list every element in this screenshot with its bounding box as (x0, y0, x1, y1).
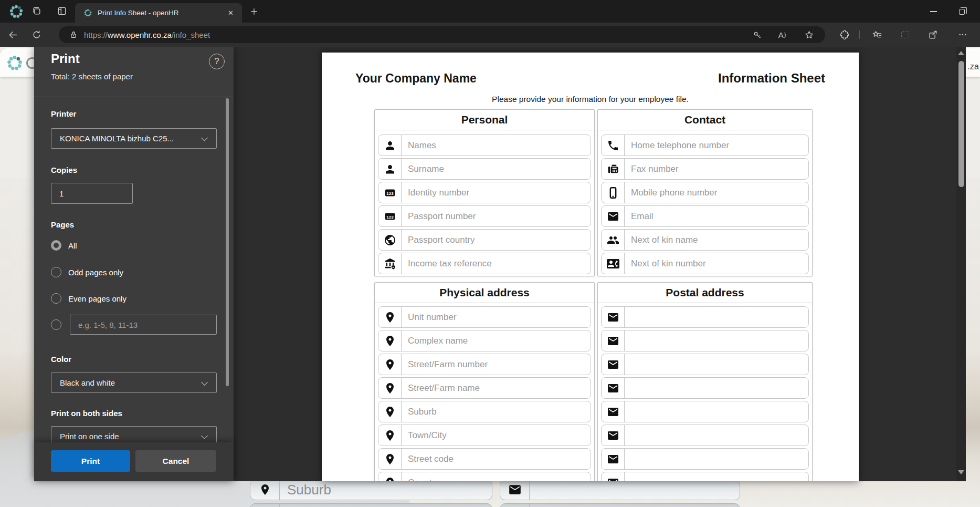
mail-icon (602, 472, 625, 481)
tab-actions-icon[interactable] (30, 5, 43, 17)
mail-icon (602, 425, 625, 446)
field-postal-2 (601, 330, 809, 351)
numbers-123-icon (378, 182, 402, 203)
password-key-icon[interactable] (751, 28, 763, 41)
back-icon[interactable] (6, 28, 19, 41)
location-pin-icon (250, 480, 280, 500)
chevron-down-icon (201, 134, 208, 141)
refresh-icon[interactable] (30, 28, 43, 41)
panel-physical-address: Physical address Unit number Complex nam… (374, 282, 595, 481)
url-text[interactable]: https://www.openhr.co.za/info_sheet (84, 30, 210, 39)
panel-personal-title: Personal (375, 110, 594, 130)
field-fax-number: Fax number (601, 158, 809, 180)
field-names: Names (378, 134, 591, 156)
field-country: Country (378, 472, 591, 481)
page-range-input[interactable] (70, 315, 217, 335)
minimize-window-icon[interactable] (927, 5, 940, 18)
radio-icon[interactable] (51, 293, 61, 304)
pages-option-even[interactable]: Even pages only (51, 293, 127, 304)
restore-window-icon[interactable] (955, 5, 968, 18)
scroll-up-arrow-icon[interactable] (958, 51, 964, 55)
bg-field-postal-2[interactable] (500, 503, 740, 507)
dialog-scrollbar-thumb[interactable] (226, 98, 229, 386)
mail-icon (500, 480, 530, 500)
settings-ellipsis-icon[interactable] (956, 28, 969, 41)
scroll-down-arrow-icon[interactable] (958, 470, 964, 474)
mail-icon (602, 330, 625, 351)
openhr-logo (6, 54, 24, 72)
field-passport-country: Passport country (378, 229, 591, 251)
field-town-city: Town/City (378, 425, 591, 446)
close-tab-icon[interactable]: ✕ (226, 8, 236, 18)
address-bar[interactable]: https://www.openhr.co.za/info_sheet A) (59, 26, 825, 43)
panel-contact-title: Contact (598, 110, 812, 130)
browser-tab[interactable]: Print Info Sheet - openHR ✕ (75, 3, 242, 23)
bg-field-suburb[interactable]: Suburb (250, 479, 492, 500)
mail-icon (602, 354, 625, 375)
print-dialog: Print Total: 2 sheets of paper ? Printer… (34, 47, 234, 481)
contact-phone-icon (602, 253, 625, 274)
tax-institution-icon (378, 253, 402, 274)
extensions-icon[interactable] (838, 28, 851, 41)
mail-icon (500, 504, 530, 507)
field-complex-name: Complex name (378, 330, 591, 351)
location-pin-icon (378, 449, 402, 469)
field-next-of-kin-name: Next of kin name (601, 229, 809, 251)
printer-select[interactable]: KONICA MINOLTA bizhub C25... (51, 128, 217, 149)
toolbar-divider (859, 30, 860, 39)
read-aloud-icon[interactable]: A) (776, 28, 788, 41)
pages-option-odd[interactable]: Odd pages only (51, 267, 123, 277)
copies-input[interactable] (51, 183, 133, 204)
favorites-bar-icon[interactable] (871, 28, 883, 41)
phone-icon (602, 135, 625, 156)
mail-icon (602, 378, 625, 398)
bg-field-postal-1[interactable] (500, 479, 740, 500)
share-icon[interactable] (926, 28, 939, 41)
mail-icon (602, 307, 625, 327)
numbers-123-icon (378, 206, 402, 226)
new-tab-icon[interactable] (248, 5, 260, 18)
field-postal-4 (601, 377, 809, 399)
field-postal-6 (601, 425, 809, 446)
field-street-code: Street code (378, 448, 591, 470)
location-pin-icon (378, 354, 402, 375)
field-next-of-kin-number: Next of kin number (601, 253, 809, 274)
color-select[interactable]: Black and white (51, 373, 217, 393)
location-pin-icon (250, 504, 280, 507)
location-pin-icon (378, 378, 402, 398)
radio-icon[interactable] (51, 319, 61, 330)
copies-label: Copies (51, 165, 77, 174)
email-icon (602, 206, 625, 226)
pages-option-all[interactable]: All (51, 240, 77, 251)
field-postal-8 (601, 472, 809, 481)
smartphone-icon (602, 182, 625, 203)
cancel-button[interactable]: Cancel (135, 450, 216, 472)
screenshot-icon[interactable] (899, 28, 911, 41)
edge-app-icon[interactable] (7, 3, 25, 20)
pages-option-custom[interactable] (51, 319, 61, 330)
radio-selected-icon[interactable] (51, 240, 61, 251)
radio-icon[interactable] (51, 267, 61, 277)
lock-icon[interactable] (67, 28, 80, 41)
favorite-star-icon[interactable] (803, 28, 815, 41)
page-header-text-fragment: .za (967, 62, 979, 71)
fax-icon (602, 159, 625, 179)
tab-title: Print Info Sheet - openHR (98, 9, 226, 17)
field-postal-1 (601, 306, 809, 328)
bg-field-town-city[interactable]: Town/City (250, 503, 492, 507)
vertical-tabs-icon[interactable] (56, 5, 68, 17)
mail-icon (602, 401, 625, 422)
tab-bar: Print Info Sheet - openHR ✕ (0, 0, 980, 23)
location-pin-icon (378, 401, 402, 422)
color-label: Color (51, 355, 71, 364)
help-button[interactable]: ? (209, 54, 225, 69)
field-postal-3 (601, 354, 809, 375)
preview-scrollbar[interactable] (956, 47, 966, 481)
pages-label: Pages (51, 220, 74, 229)
print-button[interactable]: Print (51, 450, 130, 472)
printer-label: Printer (51, 109, 76, 118)
preview-scrollbar-thumb[interactable] (958, 61, 964, 187)
field-home-telephone: Home telephone number (601, 134, 809, 156)
print-preview-sheet: Your Company Name Information Sheet Plea… (322, 53, 859, 481)
panel-contact: Contact Home telephone number Fax number… (597, 109, 813, 276)
